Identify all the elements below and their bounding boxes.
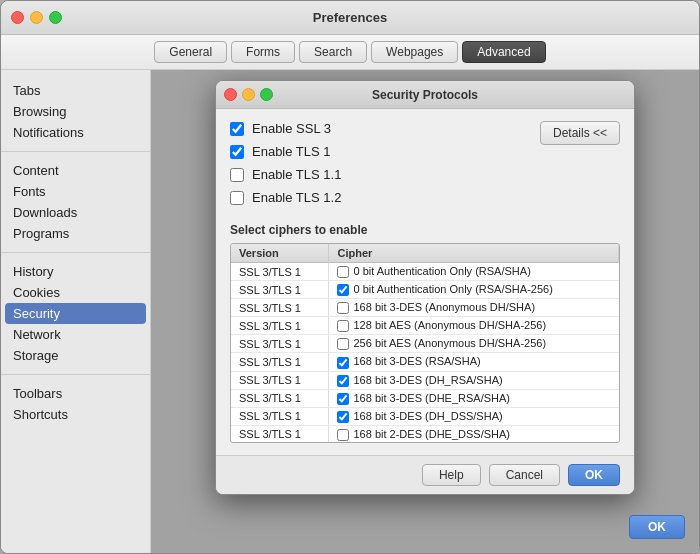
sidebar-item-browsing[interactable]: Browsing xyxy=(1,101,150,122)
minimize-button[interactable] xyxy=(30,11,43,24)
cipher-table-row[interactable]: SSL 3/TLS 1168 bit 3-DES (DH_RSA/SHA) xyxy=(231,371,619,389)
cipher-table-row[interactable]: SSL 3/TLS 1168 bit 3-DES (Anonymous DH/S… xyxy=(231,299,619,317)
cipher-name: 0 bit Authentication Only (RSA/SHA-256) xyxy=(329,281,619,299)
sidebar-item-fonts[interactable]: Fonts xyxy=(1,181,150,202)
sidebar-item-programs[interactable]: Programs xyxy=(1,223,150,244)
ssl3-checkbox[interactable] xyxy=(230,122,244,136)
sidebar-item-toolbars[interactable]: Toolbars xyxy=(1,383,150,404)
tab-search[interactable]: Search xyxy=(299,41,367,63)
tls1-label: Enable TLS 1 xyxy=(252,144,331,159)
cipher-version: SSL 3/TLS 1 xyxy=(231,353,329,371)
cipher-table-row[interactable]: SSL 3/TLS 10 bit Authentication Only (RS… xyxy=(231,281,619,299)
cipher-version: SSL 3/TLS 1 xyxy=(231,389,329,407)
modal-title: Security Protocols xyxy=(372,88,478,102)
cipher-checkbox-4[interactable] xyxy=(337,338,349,350)
sidebar-section-2: HistoryCookiesSecurityNetworkStorage xyxy=(1,261,150,375)
sidebar-item-storage[interactable]: Storage xyxy=(1,345,150,366)
sidebar: TabsBrowsingNotificationsContentFontsDow… xyxy=(1,70,151,553)
cipher-version: SSL 3/TLS 1 xyxy=(231,335,329,353)
sidebar-item-content[interactable]: Content xyxy=(1,160,150,181)
modal-minimize-button[interactable] xyxy=(242,88,255,101)
cipher-checkbox-3[interactable] xyxy=(337,320,349,332)
cipher-header: Cipher xyxy=(329,244,619,263)
cipher-table-row[interactable]: SSL 3/TLS 1128 bit AES (Anonymous DH/SHA… xyxy=(231,317,619,335)
cipher-version: SSL 3/TLS 1 xyxy=(231,371,329,389)
ssl-checkboxes-section: Enable SSL 3 Enable TLS 1 Enable TLS 1.1 xyxy=(230,121,620,213)
tls11-checkbox-row: Enable TLS 1.1 xyxy=(230,167,530,182)
cipher-version: SSL 3/TLS 1 xyxy=(231,263,329,281)
cipher-table-row[interactable]: SSL 3/TLS 10 bit Authentication Only (RS… xyxy=(231,263,619,281)
details-button[interactable]: Details << xyxy=(540,121,620,145)
ssl3-label: Enable SSL 3 xyxy=(252,121,331,136)
tab-webpages[interactable]: Webpages xyxy=(371,41,458,63)
modal-body: Enable SSL 3 Enable TLS 1 Enable TLS 1.1 xyxy=(216,109,634,455)
tls11-label: Enable TLS 1.1 xyxy=(252,167,341,182)
sidebar-item-security[interactable]: Security xyxy=(5,303,146,324)
security-protocols-dialog: Security Protocols Enable SSL 3 xyxy=(215,80,635,495)
content-area: TabsBrowsingNotificationsContentFontsDow… xyxy=(1,70,699,553)
tls12-label: Enable TLS 1.2 xyxy=(252,190,341,205)
sidebar-item-notifications[interactable]: Notifications xyxy=(1,122,150,143)
cipher-name: 168 bit 3-DES (Anonymous DH/SHA) xyxy=(329,299,619,317)
cipher-table-row[interactable]: SSL 3/TLS 1168 bit 3-DES (RSA/SHA) xyxy=(231,353,619,371)
cipher-name: 168 bit 3-DES (DH_DSS/SHA) xyxy=(329,407,619,425)
cipher-checkbox-7[interactable] xyxy=(337,393,349,405)
traffic-lights xyxy=(11,11,62,24)
cipher-version: SSL 3/TLS 1 xyxy=(231,317,329,335)
modal-traffic-lights xyxy=(224,88,273,101)
tab-forms[interactable]: Forms xyxy=(231,41,295,63)
cancel-button[interactable]: Cancel xyxy=(489,464,560,486)
close-button[interactable] xyxy=(11,11,24,24)
cipher-version: SSL 3/TLS 1 xyxy=(231,407,329,425)
cipher-checkbox-6[interactable] xyxy=(337,375,349,387)
cipher-table-row[interactable]: SSL 3/TLS 1168 bit 3-DES (DH_DSS/SHA) xyxy=(231,407,619,425)
cipher-version: SSL 3/TLS 1 xyxy=(231,281,329,299)
sidebar-item-tabs[interactable]: Tabs xyxy=(1,80,150,101)
modal-maximize-button[interactable] xyxy=(260,88,273,101)
cipher-table-row[interactable]: SSL 3/TLS 1168 bit 2-DES (DHE_DSS/SHA) xyxy=(231,425,619,443)
cipher-name: 168 bit 3-DES (DH_RSA/SHA) xyxy=(329,371,619,389)
tls12-checkbox[interactable] xyxy=(230,191,244,205)
cipher-checkbox-8[interactable] xyxy=(337,411,349,423)
maximize-button[interactable] xyxy=(49,11,62,24)
cipher-table-header: Version Cipher xyxy=(231,244,619,263)
cipher-checkbox-1[interactable] xyxy=(337,284,349,296)
sidebar-item-downloads[interactable]: Downloads xyxy=(1,202,150,223)
cipher-name: 0 bit Authentication Only (RSA/SHA) xyxy=(329,263,619,281)
sidebar-section-1: ContentFontsDownloadsPrograms xyxy=(1,160,150,253)
sidebar-item-shortcuts[interactable]: Shortcuts xyxy=(1,404,150,425)
modal-close-button[interactable] xyxy=(224,88,237,101)
sidebar-item-history[interactable]: History xyxy=(1,261,150,282)
title-bar: Preferences xyxy=(1,1,699,35)
cipher-table-row[interactable]: SSL 3/TLS 1256 bit AES (Anonymous DH/SHA… xyxy=(231,335,619,353)
modal-title-bar: Security Protocols xyxy=(216,81,634,109)
sidebar-item-network[interactable]: Network xyxy=(1,324,150,345)
cipher-table-row[interactable]: SSL 3/TLS 1168 bit 3-DES (DHE_RSA/SHA) xyxy=(231,389,619,407)
tls1-checkbox-row: Enable TLS 1 xyxy=(230,144,530,159)
tls12-checkbox-row: Enable TLS 1.2 xyxy=(230,190,530,205)
cipher-checkbox-5[interactable] xyxy=(337,357,349,369)
cipher-version: SSL 3/TLS 1 xyxy=(231,425,329,443)
cipher-name: 168 bit 3-DES (DHE_RSA/SHA) xyxy=(329,389,619,407)
cipher-name: 256 bit AES (Anonymous DH/SHA-256) xyxy=(329,335,619,353)
toolbar: GeneralFormsSearchWebpagesAdvanced xyxy=(1,35,699,70)
tab-advanced[interactable]: Advanced xyxy=(462,41,545,63)
tls1-checkbox[interactable] xyxy=(230,145,244,159)
cipher-version: SSL 3/TLS 1 xyxy=(231,299,329,317)
sidebar-item-cookies[interactable]: Cookies xyxy=(1,282,150,303)
modal-footer: Help Cancel OK xyxy=(216,455,634,494)
ok-button[interactable]: OK xyxy=(568,464,620,486)
sidebar-section-3: ToolbarsShortcuts xyxy=(1,383,150,433)
tab-general[interactable]: General xyxy=(154,41,227,63)
cipher-checkbox-2[interactable] xyxy=(337,302,349,314)
cipher-name: 128 bit AES (Anonymous DH/SHA-256) xyxy=(329,317,619,335)
main-content: Security Protocols Enable SSL 3 xyxy=(151,70,699,553)
cipher-checkbox-0[interactable] xyxy=(337,266,349,278)
main-ok-button[interactable]: OK xyxy=(629,515,685,539)
cipher-name: 168 bit 2-DES (DHE_DSS/SHA) xyxy=(329,425,619,443)
cipher-checkbox-9[interactable] xyxy=(337,429,349,441)
tls11-checkbox[interactable] xyxy=(230,168,244,182)
cipher-table-container[interactable]: Version Cipher SSL 3/TLS 10 bit Authenti… xyxy=(230,243,620,443)
help-button[interactable]: Help xyxy=(422,464,481,486)
ciphers-label: Select ciphers to enable xyxy=(230,223,620,237)
